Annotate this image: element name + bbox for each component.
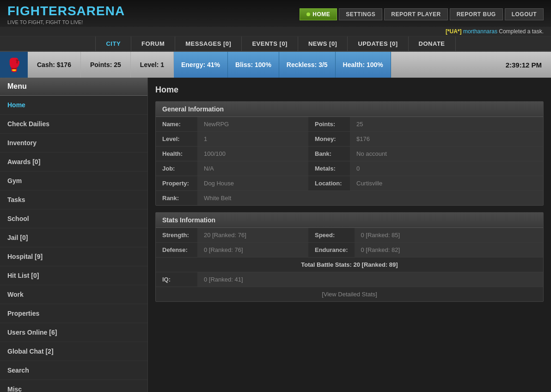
endurance-value: 0 [Ranked: 82] [355,243,543,257]
table-row: Property: Dog House Location: Curtisvill… [156,176,543,191]
table-row: Job: N/A Metals: 0 [156,161,543,176]
table-row: Name: NewRPG Points: 25 [156,117,543,132]
cash-stat: Cash: $176 [28,52,81,78]
nav-updates[interactable]: UPDATES [0] [348,37,408,51]
sidebar-item-work[interactable]: Work [0,285,147,304]
time-display: 2:39:12 PM [496,61,551,69]
speed-value: 0 [Ranked: 85] [355,228,543,243]
table-row: Defense: 0 [Ranked: 76] Endurance: 0 [Ra… [156,243,543,257]
rank-label: Rank: [156,191,197,206]
sidebar-item-properties[interactable]: Properties [0,304,147,323]
table-row: Health: 100/100 Bank: No account [156,147,543,161]
points-value: 25 [350,117,543,132]
points-stat: Points: 25 [81,52,131,78]
bliss-stat: Bliss: 100% [228,52,279,78]
total-battle-row: Total Battle Stats: 20 [Ranked: 89] [156,257,543,272]
sidebar-item-hospital[interactable]: Hospital [9] [0,247,147,266]
rank-row: Rank: White Belt [156,191,543,206]
report-player-button[interactable]: REPORT PLAYER [384,8,447,20]
nav-city[interactable]: CITY [95,37,131,51]
sidebar-item-gym[interactable]: Gym [0,172,147,190]
fighter-icon: 🥊 [6,57,22,73]
job-value: N/A [197,161,308,176]
nav-news[interactable]: NEWS [0] [298,37,348,51]
defense-label: Defense: [156,243,197,257]
table-row: Strength: 20 [Ranked: 76] Speed: 0 [Rank… [156,228,543,243]
sidebar-item-jail[interactable]: Jail [0] [0,228,147,247]
strength-label: Strength: [156,228,197,243]
bank-label: Bank: [308,147,350,161]
name-label: Name: [156,117,197,132]
notification-prefix: [*UA*] [446,28,462,35]
level-value: 1 [197,132,308,147]
sidebar-item-school[interactable]: School [0,209,147,228]
metals-label: Metals: [308,161,350,176]
iq-label: IQ: [156,272,197,287]
health-label: Health: [156,147,197,161]
property-label: Property: [156,176,197,191]
sidebar-item-search[interactable]: Search [0,361,147,380]
header: FIGHTERSARENA LIVE TO FIGHT, FIGHT TO LI… [0,0,551,27]
property-value: Dog House [197,176,308,191]
top-navigation: HOME SETTINGS REPORT PLAYER REPORT BUG L… [300,8,544,20]
job-label: Job: [156,161,197,176]
sidebar: Menu Home Check Dailies Inventory Awards… [0,78,148,392]
strength-value: 20 [Ranked: 76] [197,228,308,243]
total-battle-stats: Total Battle Stats: 20 [Ranked: 89] [156,257,543,272]
stats-bar: 🥊 Cash: $176 Points: 25 Level: 1 Energy:… [0,52,551,78]
level-stat: Level: 1 [131,52,174,78]
home-dot-icon [306,12,310,16]
speed-label: Speed: [308,228,355,243]
stats-info-panel: Stats Information Strength: 20 [Ranked: … [155,212,544,302]
metals-value: 0 [350,161,543,176]
nav-forum[interactable]: FORUM [131,37,175,51]
general-info-table: Name: NewRPG Points: 25 Level: 1 Money: … [156,117,543,205]
sidebar-item-misc[interactable]: Misc [0,380,147,392]
notification-username: morthannaras [463,28,497,35]
money-label: Money: [308,132,350,147]
content-area: Home General Information Name: NewRPG Po… [148,78,551,392]
table-row: Level: 1 Money: $176 [156,132,543,147]
sidebar-item-global-chat[interactable]: Global Chat [2] [0,342,147,361]
secondary-navigation: CITY FORUM MESSAGES [0] EVENTS [0] NEWS … [0,37,551,52]
logo-white: FIGHTERS [7,4,77,18]
money-value: $176 [350,132,543,147]
nav-messages[interactable]: MESSAGES [0] [175,37,242,51]
nav-events[interactable]: EVENTS [0] [242,37,298,51]
view-detailed-stats-link[interactable]: [View Detailed Stats] [156,287,543,302]
rank-value: White Belt [197,191,543,206]
avatar: 🥊 [0,52,28,78]
points-label: Points: [308,117,350,132]
sidebar-item-home[interactable]: Home [0,96,147,115]
health-value: 100/100 [197,147,308,161]
view-stats-row[interactable]: [View Detailed Stats] [156,287,543,302]
logo-blue: ARENA [77,4,125,18]
health-stat: Health: 100% [336,52,391,78]
settings-button[interactable]: SETTINGS [339,8,382,20]
level-label: Level: [156,132,197,147]
tagline: LIVE TO FIGHT, FIGHT TO LIVE! [7,19,125,25]
nav-donate[interactable]: DONATE [409,37,456,51]
location-value: Curtisville [350,176,543,191]
site-logo: FIGHTERSARENA [7,4,125,18]
sidebar-item-inventory[interactable]: Inventory [0,134,147,153]
bank-value: No account [350,147,543,161]
defense-value: 0 [Ranked: 76] [197,243,308,257]
sidebar-item-tasks[interactable]: Tasks [0,190,147,209]
sidebar-header: Menu [0,78,147,96]
notification-bar: [*UA*] morthannaras Completed a task. [0,27,551,37]
sidebar-item-hit-list[interactable]: Hit List [0] [0,266,147,285]
sidebar-item-check-dailies[interactable]: Check Dailies [0,115,147,134]
notification-message: Completed a task. [499,28,544,35]
logout-button[interactable]: LOGOUT [505,8,544,20]
location-label: Location: [308,176,350,191]
report-bug-button[interactable]: REPORT BUG [450,8,503,20]
sidebar-item-awards[interactable]: Awards [0] [0,153,147,172]
stats-info-table: Strength: 20 [Ranked: 76] Speed: 0 [Rank… [156,228,543,301]
general-info-header: General Information [156,102,543,117]
endurance-label: Endurance: [308,243,355,257]
sidebar-item-users-online[interactable]: Users Online [6] [0,323,147,342]
iq-row: IQ: 0 [Ranked: 41] [156,272,543,287]
home-button[interactable]: HOME [300,8,337,20]
general-info-panel: General Information Name: NewRPG Points:… [155,101,544,206]
